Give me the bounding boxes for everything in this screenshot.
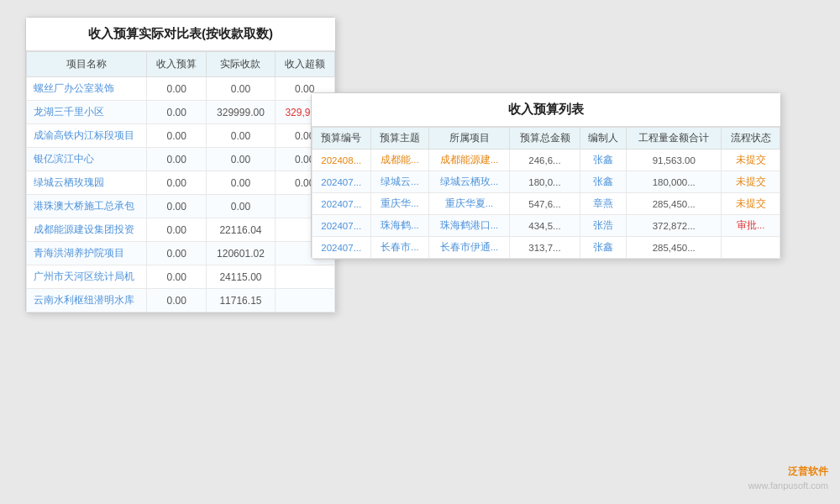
table-row: 成都能源建设集团投资 0.00 22116.04: [27, 218, 335, 242]
cell-name[interactable]: 青海洪湖养护院项目: [27, 242, 147, 265]
cell-budget: 0.00: [146, 218, 206, 242]
right-col-0: 预算编号: [312, 128, 371, 150]
cell-engineer-amount: 372,872...: [627, 215, 722, 237]
cell-budget: 0.00: [146, 289, 206, 312]
table-row: 202407... 珠海鹤... 珠海鹤港口... 434,5... 张浩 37…: [312, 215, 780, 237]
cell-theme[interactable]: 成都能...: [370, 150, 429, 171]
cell-project[interactable]: 成都能源建...: [429, 150, 510, 171]
col-exceed: 收入超额: [275, 52, 335, 77]
cell-amount: 547,6...: [509, 193, 580, 215]
right-col-6: 流程状态: [722, 128, 780, 150]
right-col-5: 工程量金额合计: [627, 128, 722, 150]
cell-actual: 120601.02: [207, 242, 275, 265]
table-row: 绿城云栖玫瑰园 0.00 0.00 0.00: [27, 171, 335, 195]
cell-editor: 张鑫: [580, 171, 627, 193]
cell-status: 审批...: [722, 215, 780, 237]
cell-project[interactable]: 珠海鹤港口...: [429, 215, 510, 237]
cell-budget: 0.00: [146, 265, 206, 289]
cell-project[interactable]: 重庆华夏...: [429, 193, 510, 215]
cell-actual: 11716.15: [207, 289, 275, 312]
cell-project[interactable]: 绿城云栖玫...: [429, 171, 510, 193]
right-col-1: 预算主题: [370, 128, 429, 150]
cell-exceed: [275, 265, 335, 289]
cell-amount: 313,7...: [509, 237, 580, 259]
cell-name[interactable]: 成都能源建设集团投资: [27, 218, 147, 242]
table-row: 青海洪湖养护院项目 0.00 120601.02: [27, 242, 335, 265]
right-table: 预算编号预算主题所属项目预算总金额编制人工程量金额合计流程状态 202408..…: [312, 127, 780, 259]
table-row: 202407... 绿城云... 绿城云栖玫... 180,0... 张鑫 18…: [312, 171, 780, 193]
table-row: 成渝高铁内江标段项目 0.00 0.00 0.00: [27, 124, 335, 148]
cell-name[interactable]: 成渝高铁内江标段项目: [27, 124, 147, 148]
cell-budget: 0.00: [146, 242, 206, 265]
table-row: 202407... 长春市... 长春市伊通... 313,7... 张鑫 28…: [312, 237, 780, 259]
cell-editor: 张鑫: [580, 237, 627, 259]
right-panel-title: 收入预算列表: [312, 93, 780, 127]
watermark: 泛普软件 www.fanpusoft.com: [748, 464, 828, 493]
cell-theme[interactable]: 绿城云...: [370, 171, 429, 193]
cell-actual: 22116.04: [207, 218, 275, 242]
cell-status: 未提交: [722, 150, 780, 171]
cell-engineer-amount: 180,000...: [627, 171, 722, 193]
cell-actual: 329999.00: [207, 101, 275, 124]
cell-code[interactable]: 202407...: [312, 193, 371, 215]
cell-code[interactable]: 202407...: [312, 215, 371, 237]
cell-budget: 0.00: [146, 77, 206, 101]
cell-status: [722, 237, 780, 259]
cell-name[interactable]: 银亿滨江中心: [27, 148, 147, 171]
right-col-2: 所属项目: [429, 128, 510, 150]
cell-theme[interactable]: 珠海鹤...: [370, 215, 429, 237]
cell-theme[interactable]: 重庆华...: [370, 193, 429, 215]
cell-budget: 0.00: [146, 195, 206, 218]
cell-budget: 0.00: [146, 171, 206, 195]
col-budget: 收入预算: [146, 52, 206, 77]
cell-status: 未提交: [722, 193, 780, 215]
cell-editor: 章燕: [580, 193, 627, 215]
table-row: 广州市天河区统计局机 0.00 24115.00: [27, 265, 335, 289]
left-panel: 收入预算实际对比表(按收款取数) 项目名称 收入预算 实际收款 收入超额 螺丝厂…: [25, 17, 336, 313]
cell-amount: 246,6...: [509, 150, 580, 171]
cell-actual: 24115.00: [207, 265, 275, 289]
cell-name[interactable]: 螺丝厂办公室装饰: [27, 77, 147, 101]
brand-name: 泛普软件: [788, 465, 828, 477]
right-panel: 收入预算列表 预算编号预算主题所属项目预算总金额编制人工程量金额合计流程状态 2…: [311, 92, 781, 260]
cell-budget: 0.00: [146, 124, 206, 148]
cell-editor: 张浩: [580, 215, 627, 237]
cell-code[interactable]: 202408...: [312, 150, 371, 171]
table-row: 202407... 重庆华... 重庆华夏... 547,6... 章燕 285…: [312, 193, 780, 215]
cell-name[interactable]: 港珠澳大桥施工总承包: [27, 195, 147, 218]
table-row: 港珠澳大桥施工总承包 0.00 0.00: [27, 195, 335, 218]
table-row: 云南水利枢纽潜明水库 0.00 11716.15: [27, 289, 335, 312]
cell-actual: 0.00: [207, 195, 275, 218]
cell-name[interactable]: 云南水利枢纽潜明水库: [27, 289, 147, 312]
table-row: 龙湖三千里小区 0.00 329999.00 329,99...: [27, 101, 335, 124]
left-table: 项目名称 收入预算 实际收款 收入超额 螺丝厂办公室装饰 0.00 0.00 0…: [26, 51, 335, 312]
table-row: 螺丝厂办公室装饰 0.00 0.00 0.00: [27, 77, 335, 101]
cell-engineer-amount: 285,450...: [627, 237, 722, 259]
cell-name[interactable]: 绿城云栖玫瑰园: [27, 171, 147, 195]
cell-project[interactable]: 长春市伊通...: [429, 237, 510, 259]
cell-name[interactable]: 龙湖三千里小区: [27, 101, 147, 124]
cell-editor: 张鑫: [580, 150, 627, 171]
right-col-4: 编制人: [580, 128, 627, 150]
cell-code[interactable]: 202407...: [312, 237, 371, 259]
right-col-3: 预算总金额: [509, 128, 580, 150]
cell-engineer-amount: 91,563.00: [627, 150, 722, 171]
cell-budget: 0.00: [146, 148, 206, 171]
cell-amount: 434,5...: [509, 215, 580, 237]
cell-amount: 180,0...: [509, 171, 580, 193]
cell-actual: 0.00: [207, 77, 275, 101]
table-row: 202408... 成都能... 成都能源建... 246,6... 张鑫 91…: [312, 150, 780, 171]
cell-actual: 0.00: [207, 124, 275, 148]
col-name: 项目名称: [27, 52, 147, 77]
col-actual: 实际收款: [207, 52, 275, 77]
cell-engineer-amount: 285,450...: [627, 193, 722, 215]
cell-code[interactable]: 202407...: [312, 171, 371, 193]
cell-name[interactable]: 广州市天河区统计局机: [27, 265, 147, 289]
cell-status: 未提交: [722, 171, 780, 193]
cell-exceed: [275, 289, 335, 312]
cell-theme[interactable]: 长春市...: [370, 237, 429, 259]
cell-budget: 0.00: [146, 101, 206, 124]
brand-url: www.fanpusoft.com: [748, 480, 828, 491]
cell-actual: 0.00: [207, 171, 275, 195]
left-panel-title: 收入预算实际对比表(按收款取数): [26, 18, 335, 51]
